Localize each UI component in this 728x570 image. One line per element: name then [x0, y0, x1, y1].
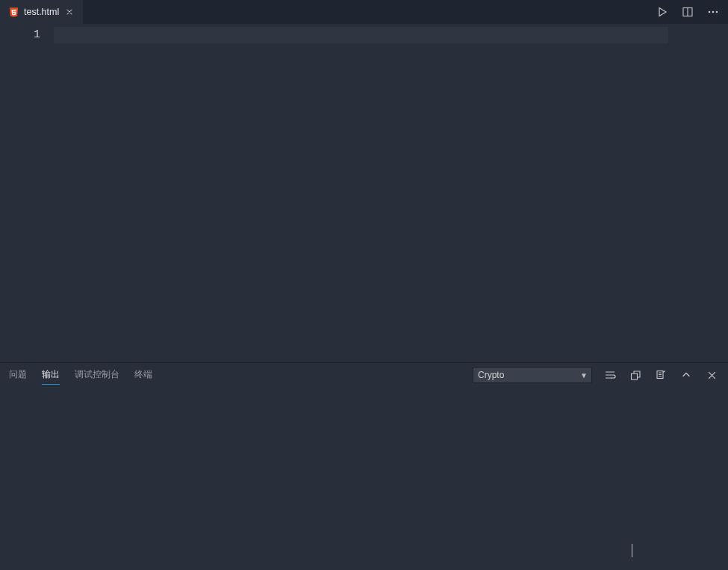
text-cursor [632, 544, 632, 557]
run-icon[interactable] [655, 4, 670, 19]
toggle-wordwrap-icon[interactable] [603, 368, 617, 382]
editor-tabbar-actions [647, 0, 728, 24]
editor-tab-test-html[interactable]: test.html [0, 0, 84, 24]
clear-output-icon[interactable] [653, 368, 668, 382]
output-panel-body[interactable] [0, 387, 728, 570]
html5-icon [7, 6, 19, 18]
open-log-icon[interactable] [628, 368, 643, 382]
panel-tab-debug-console[interactable]: 调试控制台 [75, 365, 119, 385]
code-line-1[interactable] [54, 27, 668, 43]
line-number-gutter: 1 [0, 24, 54, 362]
close-icon[interactable] [63, 6, 75, 18]
chevron-up-icon[interactable] [679, 368, 694, 382]
more-actions-icon[interactable] [706, 4, 721, 19]
svg-point-3 [712, 11, 715, 13]
panel-actions: ▼ [473, 367, 719, 383]
bottom-panel: 问题 输出 调试控制台 终端 ▼ [0, 362, 728, 570]
panel-tab-terminal[interactable]: 终端 [134, 365, 152, 385]
svg-point-4 [716, 11, 718, 13]
close-panel-icon[interactable] [704, 368, 719, 382]
split-editor-icon[interactable] [680, 4, 695, 19]
code-editor[interactable]: 1 [0, 24, 728, 362]
svg-rect-5 [632, 374, 638, 380]
code-area[interactable] [54, 24, 728, 362]
panel-tabs: 问题 输出 调试控制台 终端 [9, 365, 152, 385]
svg-point-2 [709, 11, 711, 13]
panel-tab-problems[interactable]: 问题 [9, 365, 27, 385]
editor-tab-label: test.html [24, 7, 59, 17]
editor-tabbar: test.html [0, 0, 728, 24]
line-number: 1 [0, 27, 40, 43]
panel-header: 问题 输出 调试控制台 终端 ▼ [0, 363, 728, 387]
output-channel-select[interactable] [473, 367, 592, 383]
panel-tab-output[interactable]: 输出 [42, 365, 60, 385]
